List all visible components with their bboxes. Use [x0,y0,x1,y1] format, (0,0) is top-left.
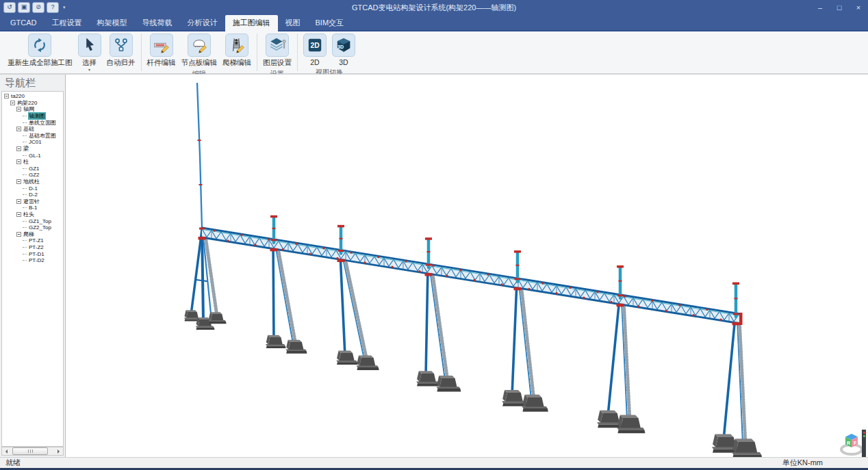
status-units-text: 单位KN-mm [782,458,823,468]
tab-analysis-design[interactable]: 分析设计 [180,15,225,30]
tree-expander-icon[interactable] [16,159,21,164]
box2d-icon: 2D [303,34,327,57]
tree-node[interactable]: 避雷针 [2,198,63,205]
right-edge-strip [862,430,866,457]
tree-expander-icon[interactable] [16,199,21,204]
status-ready-text: 就绪 [5,458,21,468]
tree-expander-icon[interactable] [16,107,21,112]
qat-dropdown-caret-icon[interactable]: ▾ [63,5,66,10]
tree-node[interactable]: 爬梯 [2,231,63,237]
tree-horizontal-scrollbar[interactable] [1,447,64,456]
3d-view-button[interactable]: 3D3D [330,33,357,67]
tree-expander-icon[interactable] [16,212,21,217]
minimize-button[interactable]: – [810,0,830,15]
tab-bim[interactable]: BIM交互 [308,15,352,30]
ladder-edit-button[interactable]: 爬梯编辑 [220,33,253,68]
tab-view[interactable]: 视图 [278,15,308,30]
tree-leaf-dash [23,188,27,189]
layers-icon [266,34,289,57]
tree-node[interactable]: 柱 [2,159,63,166]
tree-node[interactable]: 基础布置图 [2,133,63,140]
ribbon-group-1: 杆件编辑节点板编辑爬梯编辑编辑 [142,31,257,73]
svg-text:2D: 2D [310,42,319,49]
ribbon-group-divider [257,34,257,71]
tree-node-label: PT-Z1 [28,237,44,244]
tree-node-label: PT-Z2 [28,244,44,250]
scroll-right-arrow-icon[interactable] [58,449,62,454]
box3d-icon: 3D [332,34,355,57]
member-edit-button[interactable]: 杆件编辑 [145,33,178,68]
auto-merge-button[interactable]: 自动归并 [105,33,138,68]
navigator-panel: 导航栏 ta220构架220轴网轴测图单线立面图基础基础布置图JC01梁GL-1… [0,75,66,457]
tree-expander-icon[interactable] [16,146,21,151]
tree-leaf-dash [23,247,27,248]
ladder-edit-icon [225,34,248,57]
tree-node[interactable]: PT-D1 [2,250,63,257]
tab-wire-load[interactable]: 导线荷载 [135,15,180,30]
tab-gtcad[interactable]: GTCAD [3,15,44,30]
tree-node[interactable]: GZ1_Top [2,218,63,224]
close-button[interactable]: × [849,0,868,15]
member-edit-button-label: 杆件编辑 [147,58,176,68]
tree-node-label: 地线柱 [23,178,40,185]
tree-node[interactable]: GL-1 [2,152,63,159]
tree-node-label: GZ1 [28,166,40,172]
tree-node[interactable]: PT-Z1 [2,237,63,244]
copy-icon[interactable]: ▣ [18,2,30,13]
tree-expander-icon[interactable] [16,127,21,131]
window-title: GTCAD变电站构架设计系统(构架220——轴测图) [0,3,868,13]
ribbon-group-0: 重新生成全部施工图选择▾自动归并操作 [3,31,140,73]
help-icon[interactable]: ? [47,2,59,13]
tree-leaf-dash [23,116,27,116]
scroll-left-arrow-icon[interactable] [3,449,8,454]
tree-expander-icon[interactable] [10,101,15,105]
tree-node[interactable]: 地线柱 [2,179,63,185]
tree-node[interactable]: GZ1 [2,166,63,172]
2d-view-button-label: 2D [310,58,319,66]
tree-leaf-dash [23,135,27,136]
auto-merge-button-label: 自动归并 [107,58,136,68]
auto-merge-icon [110,34,133,57]
ribbon-group-divider [141,34,142,71]
tree-leaf-dash [23,168,27,169]
tree-node-label: PT-D2 [28,257,45,263]
tree-node-label: JC01 [28,139,42,145]
ribbon-tab-bar: GTCAD工程设置构架模型导线荷载分析设计施工图编辑视图BIM交互 [0,15,868,30]
tree-leaf-dash [23,227,27,228]
undo-icon[interactable]: ↺ [3,2,16,13]
tree-leaf-dash [23,221,27,222]
structure-3d-model[interactable] [66,75,868,457]
tree-node[interactable]: PT-D2 [2,257,63,264]
tree-node[interactable]: JC01 [2,139,63,146]
tab-drawing-edit[interactable]: 施工图编辑 [225,15,278,31]
3d-view-button-label: 3D [339,58,348,66]
tree-expander-icon[interactable] [16,232,21,237]
tree-node[interactable]: PT-Z2 [2,244,63,251]
regenerate-drawings-button-label: 重新生成全部施工图 [8,58,73,68]
brand-logo-cube: R F [838,431,865,457]
window-controls: –□× [810,0,868,15]
tree-node-label: 基础布置图 [28,132,57,140]
tree-leaf-dash [23,174,27,175]
tab-frame-model[interactable]: 构架模型 [90,15,135,30]
tree-node[interactable]: 柱头 [2,211,63,218]
tool-icon[interactable]: ⊘ [32,2,44,13]
tree-node-label: 柱 [23,158,29,166]
tree-expander-icon[interactable] [4,94,9,99]
regenerate-drawings-button[interactable]: 重新生成全部施工图 [5,33,75,68]
member-edit-icon [150,34,173,57]
tree-leaf-dash [23,207,27,208]
title-bar: ↺▣⊘?▾ GTCAD变电站构架设计系统(构架220——轴测图) –□× [0,0,868,15]
viewport-3d[interactable]: R F [66,75,868,457]
gusset-plate-edit-button[interactable]: 节点板编辑 [179,33,220,68]
select-button[interactable]: 选择▾ [76,33,103,73]
2d-view-button[interactable]: 2D2D [301,33,329,67]
scrollbar-thumb[interactable] [12,447,48,455]
tab-project-settings[interactable]: 工程设置 [44,15,90,30]
tree-node[interactable]: D-1 [2,185,63,192]
tree-expander-icon[interactable] [16,179,21,184]
layer-settings-button[interactable]: 图层设置 [261,33,294,68]
maximize-button[interactable]: □ [830,0,849,15]
tree-node-label: 梁 [23,145,29,153]
tree-node[interactable]: 梁 [2,146,63,153]
